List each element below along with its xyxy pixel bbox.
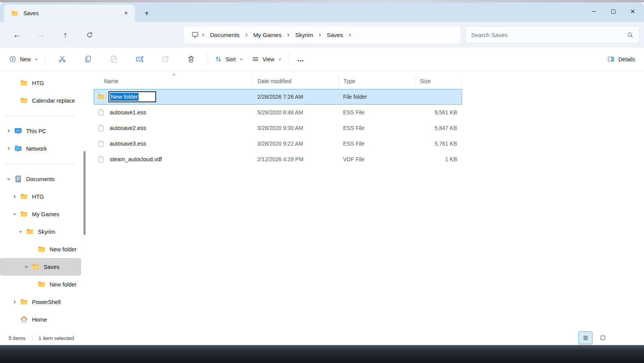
rename-button[interactable]: A <box>130 52 148 67</box>
chevron-down-icon <box>239 57 243 61</box>
copy-button[interactable] <box>79 52 97 67</box>
chevron-right-icon[interactable] <box>4 144 13 153</box>
share-button[interactable] <box>156 52 174 67</box>
view-details-icon <box>582 335 589 341</box>
sidebar-scrollbar[interactable] <box>84 151 85 235</box>
refresh-icon <box>86 32 93 38</box>
column-header-size[interactable]: Size <box>415 76 462 87</box>
sort-button-label: Sort <box>226 56 236 62</box>
file-row-autosave1-ess[interactable]: autosave1.ess5/29/2020 8:48 AMESS File9,… <box>94 105 462 120</box>
sort-button[interactable]: Sort <box>210 52 247 67</box>
file-icon <box>97 140 105 148</box>
sidebar-item-documents[interactable]: Documents <box>0 170 81 188</box>
sidebar-item-label: Documents <box>26 176 55 182</box>
toolbar-divider <box>46 53 46 65</box>
chevron-down-icon[interactable] <box>16 227 25 237</box>
details-button[interactable]: Details <box>603 52 639 67</box>
circle-plus-icon <box>9 55 16 63</box>
chevron-spacer <box>10 78 19 88</box>
paste-button[interactable] <box>105 52 123 67</box>
breadcrumb-my-games[interactable]: My Games <box>250 30 285 40</box>
view-toggles <box>578 331 610 344</box>
sidebar-item-powershell[interactable]: PowerShell <box>0 293 81 311</box>
column-header-date-modified[interactable]: Date modified <box>253 76 339 87</box>
sidebar-item-calendar-replace[interactable]: Calendar replace <box>0 92 81 109</box>
sidebar-item-htg[interactable]: HTG <box>0 74 81 92</box>
delete-icon <box>187 55 195 63</box>
file-row-steam-autocloud-vdf[interactable]: steam_autocloud.vdf2/12/2026 4:28 PMVDF … <box>94 151 462 167</box>
forward-button[interactable]: → <box>29 27 53 43</box>
file-size: 5,761 KB <box>415 141 462 147</box>
view-button[interactable]: View <box>247 52 286 67</box>
titlebar: Saves × + × <box>0 2 644 22</box>
network-icon <box>14 144 22 153</box>
file-row-autosave2-ess[interactable]: autosave2.ess3/28/2020 9:30 AMESS File5,… <box>94 120 462 136</box>
chevron-right-icon[interactable] <box>10 192 19 201</box>
chevron-right-icon[interactable] <box>10 297 19 307</box>
folder-icon <box>32 263 40 271</box>
breadcrumb-documents[interactable]: Documents <box>206 30 243 40</box>
sidebar-item-new-folder[interactable]: New folder <box>0 276 81 293</box>
new-tab-button[interactable]: + <box>140 6 154 20</box>
chevron-down-icon[interactable] <box>4 174 13 184</box>
cut-button[interactable] <box>53 52 71 67</box>
file-date: 3/28/2020 9:22 AM <box>253 141 338 147</box>
close-button[interactable]: × <box>623 2 642 20</box>
file-name-cell: autosave2.ess <box>94 124 253 132</box>
sidebar-item-label: My Games <box>32 211 59 217</box>
paste-icon <box>110 55 118 63</box>
chevron-right-icon[interactable] <box>4 126 13 136</box>
thumbnail-view-toggle[interactable] <box>596 331 610 344</box>
file-date: 5/29/2020 8:48 AM <box>253 109 338 116</box>
up-button[interactable]: ↑ <box>53 27 77 43</box>
sidebar-item-this-pc[interactable]: This PC <box>0 122 81 140</box>
minimize-button[interactable] <box>584 2 603 20</box>
search-input[interactable] <box>471 32 627 38</box>
sidebar-item-skyrim[interactable]: Skyrim <box>0 223 81 240</box>
sidebar-item-network[interactable]: Network <box>0 140 81 157</box>
breadcrumb[interactable]: DocumentsMy GamesSkyrimSaves <box>184 26 461 43</box>
file-icon <box>97 124 105 132</box>
file-type: ESS File <box>338 141 415 147</box>
sidebar-item-my-games[interactable]: My Games <box>0 205 81 223</box>
file-row-new-folder[interactable]: New folder2/28/2026 7:26 AMFile folder <box>94 89 462 105</box>
home-icon <box>20 315 28 324</box>
sort-ascending-icon <box>172 73 176 77</box>
sidebar-item-home[interactable]: Home <box>0 311 81 328</box>
more-options-button[interactable]: … <box>293 52 308 67</box>
sidebar-item-label: This PC <box>26 128 46 134</box>
column-header-type[interactable]: Type <box>339 76 415 87</box>
file-row-autosave3-ess[interactable]: autosave3.ess3/28/2020 9:22 AMESS File5,… <box>94 136 462 151</box>
chevron-right-icon <box>244 33 249 37</box>
new-button[interactable]: New <box>5 52 43 67</box>
tab-close-icon[interactable]: × <box>121 8 131 18</box>
column-header-name[interactable]: Name <box>94 76 253 87</box>
navigation-bar: ← → ↑ DocumentsMy GamesSkyrimSaves <box>0 22 644 48</box>
breadcrumb-skyrim[interactable]: Skyrim <box>292 30 317 40</box>
file-name: autosave3.ess <box>110 141 146 147</box>
refresh-button[interactable] <box>77 27 101 43</box>
sidebar-item-htg[interactable]: HTG <box>0 188 81 205</box>
tab-saves[interactable]: Saves × <box>4 5 135 22</box>
search-box[interactable] <box>465 26 639 43</box>
details-button-label: Details <box>618 56 635 62</box>
file-type: File folder <box>338 94 415 100</box>
close-icon: × <box>630 7 635 15</box>
chevron-spacer <box>10 96 19 105</box>
tab-title: Saves <box>23 10 121 16</box>
chevron-right-icon <box>318 33 322 37</box>
chevron-down-icon[interactable] <box>21 262 31 272</box>
sidebar-item-new-folder[interactable]: New folder <box>0 240 81 258</box>
status-divider <box>32 335 32 341</box>
details-view-toggle[interactable] <box>578 331 592 344</box>
breadcrumb-saves[interactable]: Saves <box>323 30 347 40</box>
file-type: ESS File <box>338 109 415 116</box>
delete-button[interactable] <box>182 52 200 67</box>
sidebar-item-saves[interactable]: Saves <box>0 258 81 276</box>
cut-icon <box>58 55 66 63</box>
maximize-button[interactable] <box>603 2 623 20</box>
chevron-down-icon <box>34 57 38 61</box>
back-button[interactable]: ← <box>5 27 29 43</box>
rename-input[interactable]: New folder <box>109 91 156 102</box>
chevron-down-icon[interactable] <box>10 210 19 219</box>
